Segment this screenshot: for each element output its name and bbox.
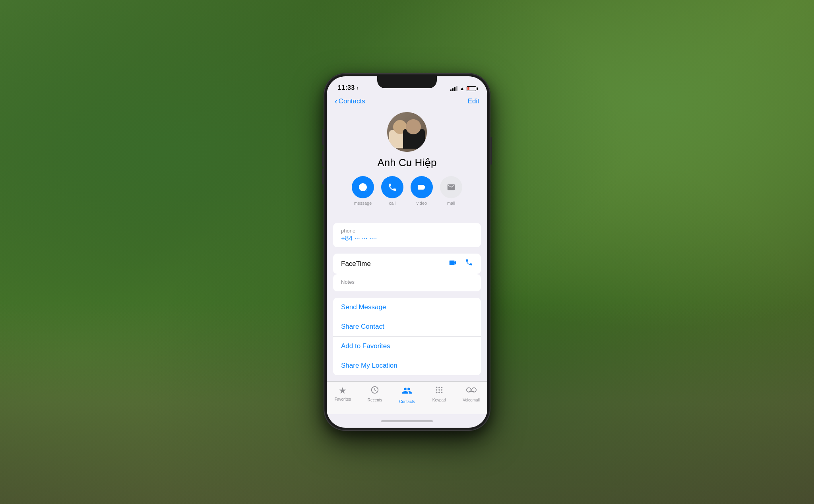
facetime-row: FaceTime <box>333 254 481 274</box>
svg-point-0 <box>436 387 438 388</box>
svg-point-3 <box>436 389 438 391</box>
phone-value[interactable]: +84 ··· ··· ···· <box>341 235 473 242</box>
contact-content: Anh Cu Hiệp message <box>327 108 487 381</box>
back-label: Contacts <box>339 97 365 105</box>
facetime-audio-button[interactable] <box>465 258 473 269</box>
scene: 11:33 ↑ ▲ <box>324 73 490 431</box>
phone-row: phone +84 ··· ··· ···· <box>333 223 481 247</box>
back-button[interactable]: ‹ Contacts <box>335 97 365 106</box>
call-btn-circle <box>381 176 403 198</box>
facetime-call-icon <box>465 258 473 266</box>
contacts-label: Contacts <box>399 399 415 404</box>
voicemail-icon <box>466 386 477 397</box>
facetime-icons <box>448 258 473 269</box>
svg-point-6 <box>436 392 438 394</box>
svg-point-2 <box>441 387 442 388</box>
mail-button[interactable]: mail <box>440 176 462 205</box>
recents-label: Recents <box>368 398 382 402</box>
voicemail-label: Voicemail <box>463 398 480 402</box>
notes-section: Notes <box>333 274 481 291</box>
svg-point-5 <box>441 389 442 391</box>
nav-bar: ‹ Contacts Edit <box>327 94 487 108</box>
keypad-icon <box>435 386 444 397</box>
video-icon <box>417 182 426 192</box>
svg-point-7 <box>438 392 440 394</box>
svg-point-8 <box>441 392 442 394</box>
svg-rect-11 <box>469 391 474 392</box>
call-button[interactable]: call <box>381 176 403 205</box>
mail-icon <box>447 183 455 192</box>
notes-label: Notes <box>341 279 473 285</box>
edit-button[interactable]: Edit <box>468 97 479 105</box>
video-label: video <box>417 201 427 205</box>
message-label: message <box>354 201 372 205</box>
recents-icon <box>370 386 379 397</box>
message-icon <box>358 182 368 192</box>
call-label: call <box>389 201 396 205</box>
message-btn-circle <box>352 176 374 198</box>
back-chevron-icon: ‹ <box>335 97 337 106</box>
facetime-label: FaceTime <box>341 260 371 268</box>
tab-favorites[interactable]: ★ Favorites <box>327 386 359 401</box>
home-bar <box>381 420 433 422</box>
favorites-icon: ★ <box>339 386 347 396</box>
add-to-favorites-button[interactable]: Add to Favorites <box>333 337 481 356</box>
share-contact-button[interactable]: Share Contact <box>333 317 481 337</box>
iphone-screen: 11:33 ↑ ▲ <box>327 76 487 428</box>
tab-keypad[interactable]: Keypad <box>423 386 455 402</box>
call-icon <box>388 182 397 192</box>
facetime-video-button[interactable] <box>448 258 457 269</box>
svg-point-1 <box>438 387 440 388</box>
send-message-button[interactable]: Send Message <box>333 298 481 317</box>
contact-name: Anh Cu Hiệp <box>378 157 437 169</box>
signal-bars-icon <box>450 86 457 91</box>
mail-label: mail <box>447 201 455 205</box>
tab-voicemail[interactable]: Voicemail <box>455 386 487 402</box>
tab-contacts[interactable]: Contacts <box>391 386 423 404</box>
tab-bar: ★ Favorites Recents <box>327 381 487 414</box>
location-arrow-icon: ↑ <box>356 85 359 90</box>
share-location-button[interactable]: Share My Location <box>333 356 481 375</box>
status-time: 11:33 <box>338 84 355 91</box>
battery-fill <box>467 87 469 90</box>
action-buttons: message call <box>352 176 462 205</box>
mail-btn-circle <box>440 176 462 198</box>
action-list: Send Message Share Contact Add to Favori… <box>333 298 481 375</box>
notch <box>377 76 437 88</box>
video-button[interactable]: video <box>411 176 433 205</box>
favorites-label: Favorites <box>335 397 351 401</box>
avatar <box>387 112 427 152</box>
wifi-icon: ▲ <box>459 85 465 91</box>
home-indicator <box>327 414 487 428</box>
phone-label: phone <box>341 228 473 234</box>
iphone-wrapper: 11:33 ↑ ▲ <box>324 73 490 431</box>
contact-header: Anh Cu Hiệp message <box>333 108 481 223</box>
battery-icon <box>467 86 476 91</box>
status-icons: ▲ <box>450 85 476 91</box>
contacts-icon <box>402 386 412 398</box>
facetime-video-icon <box>448 258 457 267</box>
video-btn-circle <box>411 176 433 198</box>
keypad-label: Keypad <box>432 398 446 402</box>
svg-point-4 <box>438 389 440 391</box>
message-button[interactable]: message <box>352 176 374 205</box>
tab-recents[interactable]: Recents <box>359 386 391 402</box>
phone-section: phone +84 ··· ··· ···· <box>333 223 481 247</box>
